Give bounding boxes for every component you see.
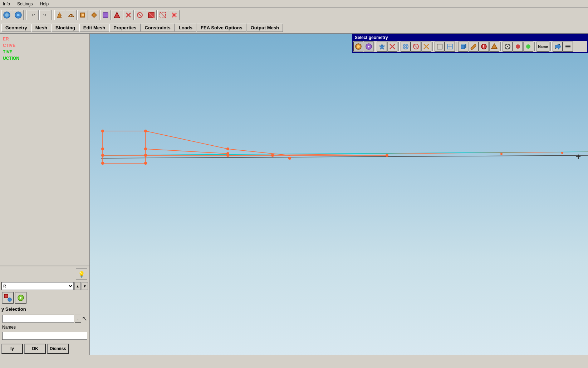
sg-btn-menu[interactable] [563, 42, 573, 52]
svg-rect-35 [437, 44, 442, 49]
geometry-svg [90, 34, 588, 355]
svg-line-53 [101, 152, 588, 155]
left-text-ctive: CTIVE [3, 43, 87, 48]
svg-point-59 [144, 147, 147, 150]
menu-info[interactable]: Info [1, 1, 11, 7]
sg-btn-x1[interactable] [387, 42, 397, 52]
svg-line-73 [228, 152, 588, 155]
tb1-tool10[interactable] [157, 10, 168, 20]
tb1-tool8[interactable] [134, 10, 145, 20]
left-text-uction: UCTION [3, 56, 87, 61]
svg-point-61 [144, 154, 147, 157]
sg-btn-triangle[interactable] [489, 42, 499, 52]
lightbulb-icon[interactable]: 💡 [76, 268, 87, 280]
sg-btn-name[interactable]: Name [536, 42, 549, 52]
svg-rect-5 [82, 14, 84, 16]
tab-geometry[interactable]: Geometry [1, 24, 31, 32]
entity-dots-btn[interactable]: ... [75, 315, 81, 323]
sg-sep7 [550, 42, 552, 51]
tb1-tool11[interactable] [169, 10, 180, 20]
svg-point-30 [405, 45, 407, 48]
left-top: ER CTIVE TIVE UCTION [0, 34, 89, 266]
sg-btn-dot[interactable] [513, 42, 523, 52]
sg-btn-wrench[interactable] [469, 42, 479, 52]
panel-icon-select[interactable] [2, 292, 14, 304]
tb1-tool7[interactable] [123, 10, 134, 20]
svg-point-74 [386, 154, 388, 157]
menu-help[interactable]: Help [38, 1, 50, 7]
dropdown-row: R ▲ ▼ [1, 282, 88, 290]
entity-selection-area: ... ↖ Names [1, 314, 88, 340]
dismiss-btn[interactable]: Dismiss [47, 344, 69, 354]
names-input[interactable] [2, 332, 87, 340]
ok-btn[interactable]: OK [24, 344, 46, 354]
apply-btn[interactable]: ly [1, 344, 23, 354]
tb1-tool4[interactable] [89, 10, 99, 20]
select-geometry-tools: ! [353, 41, 587, 52]
sg-btn-cube[interactable] [458, 42, 468, 52]
svg-point-57 [144, 130, 147, 132]
entity-input-row: ... ↖ [2, 315, 87, 323]
sg-btn-grid[interactable] [445, 42, 455, 52]
cursor-icon: ↖ [82, 315, 87, 323]
svg-line-64 [146, 131, 228, 149]
tab-output-mesh[interactable]: Output Mesh [247, 24, 283, 32]
tab-fea-solve-options[interactable]: FEA Solve Options [197, 24, 246, 32]
tb1-icon2[interactable] [13, 10, 24, 20]
svg-point-68 [226, 152, 229, 155]
names-label: Names [2, 324, 87, 330]
left-panel: ER CTIVE TIVE UCTION 💡 R ▲ ▼ [0, 34, 90, 355]
tab-edit-mesh[interactable]: Edit Mesh [79, 24, 109, 32]
sg-btn-circle3[interactable] [503, 42, 513, 52]
svg-line-16 [160, 12, 166, 18]
entity-input[interactable] [2, 315, 74, 323]
tb1-tool1[interactable] [54, 10, 65, 20]
tab-properties[interactable]: Properties [109, 24, 140, 32]
svg-point-47 [516, 44, 520, 49]
svg-point-56 [101, 130, 104, 132]
sg-btn-1[interactable] [353, 42, 363, 52]
left-bottom: 💡 R ▲ ▼ [0, 266, 89, 342]
svg-point-1 [5, 13, 9, 17]
svg-point-29 [403, 44, 408, 49]
svg-point-62 [101, 162, 104, 165]
tab-constraints[interactable]: Constraints [141, 24, 175, 32]
scroll-down-btn[interactable]: ▼ [82, 282, 88, 290]
tb1-tool2[interactable] [66, 10, 77, 20]
sg-sep1 [375, 42, 376, 51]
sg-sep5 [500, 42, 501, 51]
menu-settings[interactable]: Settings [16, 1, 34, 7]
tab-blocking[interactable]: Blocking [52, 24, 79, 32]
svg-point-60 [101, 154, 104, 157]
tb1-tool6[interactable] [112, 10, 122, 20]
tab-loads[interactable]: Loads [175, 24, 196, 32]
sg-btn-star[interactable] [377, 42, 387, 52]
svg-text:!: ! [483, 45, 484, 49]
svg-point-69 [226, 154, 229, 157]
tb1-tool3[interactable] [77, 10, 88, 20]
svg-rect-55 [103, 131, 146, 163]
scroll-up-btn[interactable]: ▲ [74, 282, 81, 290]
tb1-icon1[interactable] [1, 10, 12, 20]
entity-dropdown[interactable]: R [1, 282, 74, 290]
tb1-undo[interactable]: ↩ [28, 10, 39, 20]
plus-cursor: + [576, 152, 581, 162]
sg-sep2 [398, 42, 400, 51]
tb1-redo[interactable]: ↪ [39, 10, 50, 20]
main-nav: Geometry Mesh Blocking Edit Mesh Propert… [0, 22, 588, 34]
sg-btn-circle1[interactable] [401, 42, 411, 52]
panel-icon-pointer[interactable] [15, 292, 26, 304]
panel-buttons: ly OK Dismiss [0, 342, 89, 355]
viewport[interactable]: Select geometry [90, 34, 588, 355]
tab-mesh[interactable]: Mesh [31, 24, 51, 32]
sg-btn-box[interactable] [435, 42, 445, 52]
sg-btn-x2[interactable] [421, 42, 431, 52]
tb1-tool9[interactable] [146, 10, 157, 20]
tb1-tool5[interactable] [100, 10, 111, 20]
sg-btn-arrow[interactable] [553, 42, 563, 52]
svg-point-46 [507, 46, 508, 47]
sg-btn-2[interactable] [364, 42, 374, 52]
sg-btn-circle2[interactable] [411, 42, 421, 52]
sg-btn-green[interactable] [523, 42, 533, 52]
sg-btn-bolt[interactable]: ! [479, 42, 489, 52]
